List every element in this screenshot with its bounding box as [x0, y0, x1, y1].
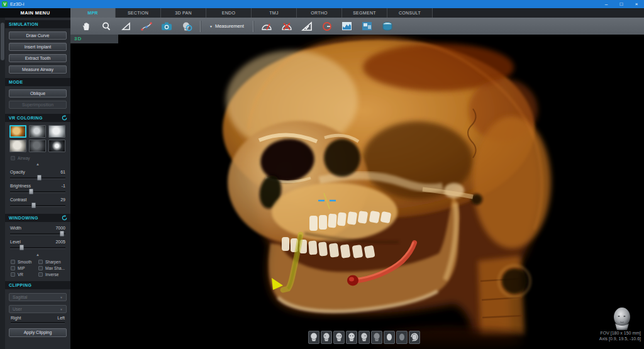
pan-hand-icon[interactable]	[79, 20, 93, 33]
ruler-triangle-icon[interactable]	[119, 20, 133, 33]
opacity-value: 61	[60, 170, 65, 174]
chevron-down-icon: ▼	[209, 25, 213, 28]
contrast-slider-thumb[interactable]	[31, 202, 36, 208]
opacity-label: Opacity	[10, 170, 25, 174]
tab-consult[interactable]: CONSULT	[387, 8, 433, 18]
tab-segment[interactable]: SEGMENT	[342, 8, 387, 18]
level-label: Level	[10, 240, 21, 244]
max-sharpen-checkbox-row[interactable]: Max Sha...	[38, 266, 70, 270]
brightness-slider[interactable]	[10, 189, 65, 194]
tab-endo[interactable]: ENDO	[206, 8, 252, 18]
tab-mpr[interactable]: MPR	[70, 8, 116, 18]
inverse-checkbox[interactable]	[38, 272, 43, 277]
chevron-down-icon: ▼	[60, 307, 63, 311]
vr-preset-thumbnail-4[interactable]	[9, 140, 26, 152]
width-slider-thumb[interactable]	[60, 231, 64, 236]
collapse-toggle-icon[interactable]: ▲	[5, 253, 70, 257]
clipping-mode-select[interactable]: User▼	[9, 305, 67, 313]
main-menu-header[interactable]: MAIN MENU	[0, 8, 70, 18]
view-rotate-button[interactable]	[409, 331, 420, 344]
toolbar-divider	[253, 21, 253, 32]
mip-checkbox[interactable]	[11, 266, 15, 270]
windowing-header: WINDOWING	[5, 214, 70, 222]
level-slider-thumb[interactable]	[19, 245, 24, 250]
vr-preset-thumbnail-1[interactable]	[9, 125, 26, 138]
opacity-slider-thumb[interactable]	[37, 175, 42, 180]
superimposition-button[interactable]: Superimposition	[9, 101, 67, 109]
scrollbar-thumb[interactable]	[1, 23, 4, 60]
tab-3dpan[interactable]: 3D PAN	[161, 8, 206, 18]
smooth-checkbox[interactable]	[11, 260, 15, 264]
window-layout-icon[interactable]	[360, 20, 374, 33]
draw-curve-button[interactable]: Draw Curve	[9, 31, 67, 40]
app-logo-icon: V	[2, 1, 8, 7]
3d-render-viewport[interactable]: 3D	[70, 35, 644, 349]
vr-checkbox-row[interactable]: VR	[11, 272, 37, 277]
capture-camera-icon[interactable]	[160, 20, 174, 33]
contrast-slider[interactable]	[10, 202, 65, 208]
vr-preset-thumbnail-6[interactable]	[48, 140, 65, 152]
view-posterior-button[interactable]	[371, 331, 382, 344]
close-button[interactable]: ×	[629, 0, 644, 8]
volume-view-icon[interactable]	[180, 20, 194, 33]
circle-measure-icon[interactable]	[320, 20, 334, 33]
refresh-icon[interactable]	[62, 215, 67, 223]
tab-tmj[interactable]: TMJ	[252, 8, 297, 18]
refresh-icon[interactable]	[62, 115, 67, 123]
view-frontal-button[interactable]	[346, 331, 357, 344]
inverse-checkbox-row[interactable]: Inverse	[38, 272, 70, 277]
clipping-range-slider[interactable]	[11, 322, 65, 323]
airway-checkbox-row[interactable]: Airway	[11, 156, 70, 160]
measurement-label: Measurement	[215, 23, 244, 29]
oblique-button[interactable]: Oblique	[9, 89, 67, 97]
max-sharpen-checkbox[interactable]	[38, 266, 43, 270]
airway-checkbox[interactable]	[11, 156, 15, 160]
view-label: 3D	[70, 35, 118, 43]
volume-3d-icon[interactable]	[380, 20, 394, 33]
clipping-plane-select[interactable]: Sagittal▼	[9, 293, 67, 301]
brightness-slider-thumb[interactable]	[29, 189, 33, 194]
extract-tooth-button[interactable]: Extract Tooth	[9, 54, 67, 62]
sharpen-checkbox[interactable]	[38, 260, 43, 264]
tab-bar-filler	[433, 8, 644, 18]
view-right-oblique-button[interactable]	[321, 331, 332, 344]
level-slider[interactable]	[10, 245, 65, 250]
axis-text: Axis [0.9, 19.5, -10.6]	[599, 336, 641, 341]
minimize-button[interactable]: –	[599, 0, 614, 8]
apply-clipping-button[interactable]: Apply Clipping	[9, 328, 67, 337]
view-top-button[interactable]	[384, 331, 395, 344]
sidebar-scrollbar[interactable]	[0, 18, 5, 349]
smooth-checkbox-row[interactable]: Smooth	[11, 260, 37, 264]
tab-section[interactable]: SECTION	[116, 8, 161, 18]
zoom-icon[interactable]	[99, 20, 113, 33]
angle-cross-icon[interactable]	[280, 20, 294, 33]
angle-protractor-icon[interactable]	[260, 20, 274, 33]
measurement-dropdown[interactable]: ▼ Measurement	[207, 23, 247, 29]
vr-preset-thumbnail-5[interactable]	[29, 140, 46, 152]
maximize-button[interactable]: □	[614, 0, 629, 8]
view-front-right-button[interactable]	[333, 331, 345, 344]
title-bar: V Ez3D-i – □ ×	[0, 0, 644, 8]
vr-preset-thumbnail-2[interactable]	[29, 125, 46, 138]
tab-ortho[interactable]: ORTHO	[297, 8, 342, 18]
view-bottom-button[interactable]	[396, 331, 408, 344]
width-slider[interactable]	[10, 231, 65, 236]
view-left-oblique-button[interactable]	[358, 331, 370, 344]
level-value: 2005	[55, 240, 65, 244]
measure-airway-button[interactable]: Measure Airway	[9, 65, 67, 74]
sharpen-checkbox-row[interactable]: Sharpen	[38, 260, 70, 264]
triangle-check-icon[interactable]	[300, 20, 314, 33]
collapse-toggle-icon[interactable]: ▲	[5, 162, 70, 167]
histogram-profile-icon[interactable]	[340, 20, 354, 33]
toolbar-divider	[200, 21, 201, 32]
draw-curve-icon[interactable]	[140, 20, 153, 33]
fov-info: FOV [180 x 150 mm] Axis [0.9, 19.5, -10.…	[599, 330, 641, 341]
vr-checkbox[interactable]	[11, 272, 15, 277]
view-right-lateral-button[interactable]	[308, 331, 319, 344]
mip-checkbox-row[interactable]: MIP	[11, 266, 37, 270]
vr-preset-thumbnail-3[interactable]	[48, 125, 65, 138]
sidebar: SIMULATION Draw Curve Insert Implant Ext…	[0, 18, 70, 349]
toolbar: ▼ Measurement	[70, 18, 644, 35]
opacity-slider[interactable]	[10, 175, 65, 180]
insert-implant-button[interactable]: Insert Implant	[9, 43, 67, 51]
